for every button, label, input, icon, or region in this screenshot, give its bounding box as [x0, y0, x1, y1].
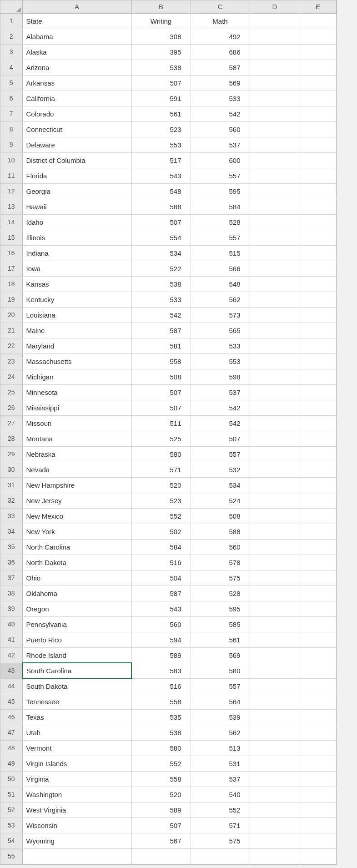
- cell-A8[interactable]: Connecticut: [22, 121, 131, 137]
- row-header-36[interactable]: 36: [0, 555, 22, 570]
- cell-E45[interactable]: [300, 694, 336, 709]
- cell-B33[interactable]: 552: [131, 508, 191, 524]
- cell-B13[interactable]: 588: [131, 199, 191, 214]
- cell-C40[interactable]: 585: [191, 616, 250, 632]
- row-header-35[interactable]: 35: [0, 539, 22, 555]
- row-header-30[interactable]: 30: [0, 462, 22, 477]
- cell-E26[interactable]: [300, 400, 336, 415]
- cell-B14[interactable]: 507: [131, 214, 191, 230]
- row-header-4[interactable]: 4: [0, 60, 22, 75]
- cell-B18[interactable]: 538: [131, 276, 191, 292]
- cell-C48[interactable]: 513: [191, 740, 250, 756]
- cell-A20[interactable]: Louisiana: [22, 307, 131, 323]
- cell-E27[interactable]: [300, 415, 336, 431]
- cell-C16[interactable]: 515: [191, 245, 250, 261]
- cell-D43[interactable]: [250, 663, 300, 678]
- cell-D35[interactable]: [250, 539, 300, 555]
- cell-D1[interactable]: [250, 13, 300, 29]
- cell-A2[interactable]: Alabama: [22, 29, 131, 44]
- cell-B15[interactable]: 554: [131, 230, 191, 245]
- cell-B17[interactable]: 522: [131, 261, 191, 276]
- cell-E46[interactable]: [300, 709, 336, 725]
- cell-C34[interactable]: 588: [191, 524, 250, 539]
- cell-B41[interactable]: 594: [131, 632, 191, 647]
- row-header-40[interactable]: 40: [0, 616, 22, 632]
- cell-A32[interactable]: New Jersey: [22, 493, 131, 508]
- cell-D41[interactable]: [250, 632, 300, 647]
- cell-C19[interactable]: 562: [191, 292, 250, 307]
- cell-D5[interactable]: [250, 75, 300, 91]
- cell-A55[interactable]: [22, 848, 131, 864]
- row-header-22[interactable]: 22: [0, 338, 22, 353]
- cell-A14[interactable]: Idaho: [22, 214, 131, 230]
- row-header-9[interactable]: 9: [0, 137, 22, 152]
- cell-A36[interactable]: North Dakota: [22, 555, 131, 570]
- row-header-18[interactable]: 18: [0, 276, 22, 292]
- cell-D31[interactable]: [250, 477, 300, 493]
- cell-C21[interactable]: 565: [191, 323, 250, 338]
- cell-B48[interactable]: 580: [131, 740, 191, 756]
- cell-E32[interactable]: [300, 493, 336, 508]
- row-header-16[interactable]: 16: [0, 245, 22, 261]
- cell-E28[interactable]: [300, 431, 336, 446]
- cell-E21[interactable]: [300, 323, 336, 338]
- cell-E25[interactable]: [300, 384, 336, 400]
- cell-D16[interactable]: [250, 245, 300, 261]
- cell-A9[interactable]: Delaware: [22, 137, 131, 152]
- cell-B12[interactable]: 548: [131, 183, 191, 199]
- cell-B35[interactable]: 584: [131, 539, 191, 555]
- cell-D13[interactable]: [250, 199, 300, 214]
- cell-C41[interactable]: 561: [191, 632, 250, 647]
- cell-C47[interactable]: 562: [191, 725, 250, 740]
- cell-C18[interactable]: 548: [191, 276, 250, 292]
- cell-B29[interactable]: 580: [131, 446, 191, 462]
- column-header-E[interactable]: E: [300, 0, 336, 13]
- cell-B45[interactable]: 558: [131, 694, 191, 709]
- cell-D4[interactable]: [250, 60, 300, 75]
- cell-E35[interactable]: [300, 539, 336, 555]
- row-header-29[interactable]: 29: [0, 446, 22, 462]
- row-header-31[interactable]: 31: [0, 477, 22, 493]
- cell-A15[interactable]: Illinois: [22, 230, 131, 245]
- cell-C44[interactable]: 557: [191, 678, 250, 694]
- row-header-32[interactable]: 32: [0, 493, 22, 508]
- cell-E11[interactable]: [300, 168, 336, 183]
- cell-C9[interactable]: 537: [191, 137, 250, 152]
- row-header-34[interactable]: 34: [0, 524, 22, 539]
- cell-B11[interactable]: 543: [131, 168, 191, 183]
- cell-C42[interactable]: 569: [191, 647, 250, 663]
- cell-E19[interactable]: [300, 292, 336, 307]
- cell-C14[interactable]: 528: [191, 214, 250, 230]
- cell-D3[interactable]: [250, 44, 300, 60]
- row-header-45[interactable]: 45: [0, 694, 22, 709]
- cell-C2[interactable]: 492: [191, 29, 250, 44]
- cell-C13[interactable]: 584: [191, 199, 250, 214]
- cell-C22[interactable]: 533: [191, 338, 250, 353]
- cell-E47[interactable]: [300, 725, 336, 740]
- cell-C6[interactable]: 533: [191, 91, 250, 106]
- cell-E24[interactable]: [300, 369, 336, 384]
- cell-E42[interactable]: [300, 647, 336, 663]
- cell-D40[interactable]: [250, 616, 300, 632]
- cell-E18[interactable]: [300, 276, 336, 292]
- cell-C8[interactable]: 560: [191, 121, 250, 137]
- row-header-52[interactable]: 52: [0, 802, 22, 818]
- cell-C52[interactable]: 552: [191, 802, 250, 818]
- row-header-24[interactable]: 24: [0, 369, 22, 384]
- cell-A5[interactable]: Arkansas: [22, 75, 131, 91]
- cell-D28[interactable]: [250, 431, 300, 446]
- row-header-25[interactable]: 25: [0, 384, 22, 400]
- row-header-43[interactable]: 43: [0, 663, 22, 678]
- cell-A16[interactable]: Indiana: [22, 245, 131, 261]
- row-header-23[interactable]: 23: [0, 353, 22, 369]
- cell-E9[interactable]: [300, 137, 336, 152]
- cell-A28[interactable]: Montana: [22, 431, 131, 446]
- cell-C49[interactable]: 531: [191, 756, 250, 771]
- cell-E8[interactable]: [300, 121, 336, 137]
- cell-D42[interactable]: [250, 647, 300, 663]
- cell-D7[interactable]: [250, 106, 300, 121]
- cell-E10[interactable]: [300, 152, 336, 168]
- row-header-55[interactable]: 55: [0, 848, 22, 864]
- cell-A3[interactable]: Alaska: [22, 44, 131, 60]
- row-header-28[interactable]: 28: [0, 431, 22, 446]
